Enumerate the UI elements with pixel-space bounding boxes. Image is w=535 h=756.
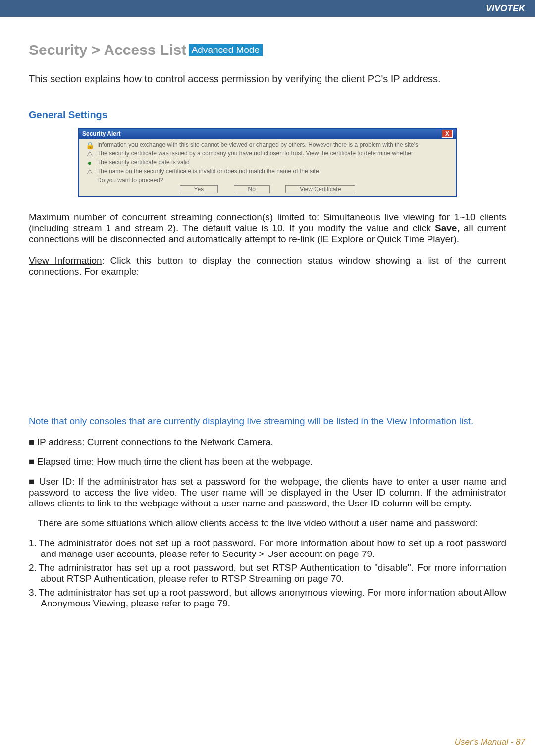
para-max-connections: Maximum number of concurrent streaming c… [29,212,506,245]
num3-text-a: The administrator has set up a root pass… [39,587,484,598]
view-information-label: View Information [29,255,102,266]
rtsp-auth-bold-2: RTSP Authentication [67,573,154,584]
yes-button[interactable]: Yes [180,185,218,193]
numbered-item-2: 2.The administrator has set up a root pa… [29,562,506,584]
page-number: 87 [516,737,525,747]
save-label: Save [435,223,457,233]
num2-text-a: The administrator has set up a root pass… [39,562,272,573]
num2-text-e: , please refer to RTSP Streaming on page… [153,573,344,584]
max-connections-label: Maximum number of concurrent streaming c… [29,212,317,222]
warning-icon: ⚠ [82,168,97,176]
cert-msg-3: The name on the security certificate is … [97,168,453,175]
dialog-title-text: Security Alert [82,130,121,137]
close-icon[interactable]: X [442,130,453,138]
brand-label: VIVOTEK [486,3,525,13]
security-alert-dialog: Security Alert X 🔒 Information you excha… [78,128,457,197]
cert-msg-2: The security certificate date is valid [97,159,453,166]
num3-text-c: please refer to page 79. [128,598,230,608]
cert-msg-1: The security certificate was issued by a… [97,150,453,157]
numbered-item-3: 3.The administrator has set up a root pa… [29,587,506,609]
rtsp-auth-bold-1: RTSP Authentication [272,562,360,573]
footer: User's Manual - 87 [455,737,525,747]
bullet-ip: ■ IP address: Current connections to the… [29,437,506,448]
view-certificate-button[interactable]: View Certificate [285,185,355,193]
footer-text: User's Manual - [455,737,516,747]
numbered-item-1: 1.The administrator does not set up a ro… [29,538,506,559]
dialog-prompt: Do you want to proceed? [97,177,453,184]
num1-text: The administrator does not set up a root… [39,538,506,559]
situations-intro: There are some situations which allow cl… [29,518,506,529]
bullet-elapsed: ■ Elapsed time: How much time the client… [29,456,506,467]
note-text: Note that only consoles that are current… [29,416,506,427]
section-general-settings: General Settings [29,109,506,121]
intro-text: This section explains how to control acc… [29,73,506,85]
page-title-line: Security > Access List Advanced Mode [29,42,506,58]
no-button[interactable]: No [234,185,270,193]
warning-icon: ⚠ [82,150,97,158]
dialog-top-msg: Information you exchange with this site … [97,141,453,148]
page-title: Security > Access List [29,42,186,58]
para-view-information: View Information: Click this button to d… [29,255,506,277]
lock-icon: 🔒 [82,141,97,149]
mode-badge: Advanced Mode [189,44,263,56]
dialog-titlebar: Security Alert X [79,129,456,139]
header-bar: VIVOTEK [0,0,535,17]
check-icon: ● [82,159,97,167]
bullet-userid: ■ User ID: If the administrator has set … [29,476,506,509]
dialog-body: 🔒 Information you exchange with this sit… [79,139,456,196]
